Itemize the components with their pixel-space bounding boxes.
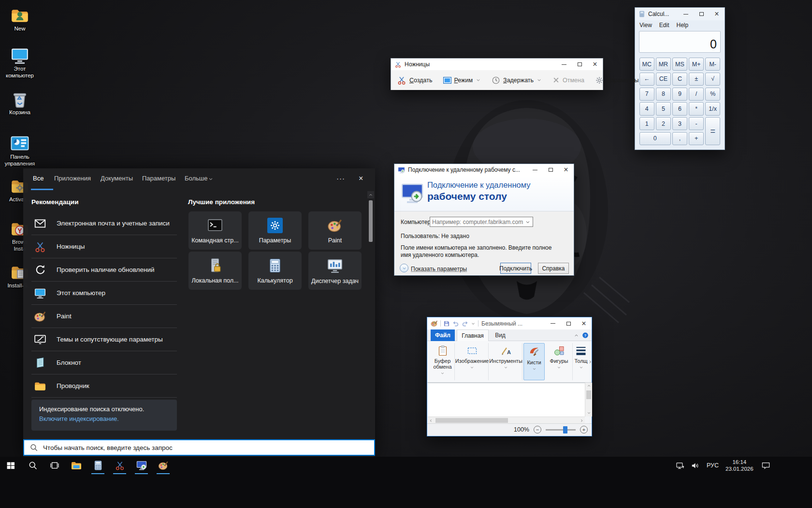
taskbar-paint[interactable] — [152, 457, 174, 474]
search-input[interactable] — [43, 444, 369, 451]
calc-key[interactable]: 9 — [672, 88, 687, 101]
delay-button[interactable]: Задержать — [492, 76, 542, 85]
computer-combobox[interactable] — [430, 217, 533, 227]
taskbar-rdp[interactable] — [130, 457, 152, 474]
calc-key[interactable]: 4 — [639, 102, 654, 115]
ribbon-group-shapes[interactable]: Фигуры — [546, 343, 573, 380]
tab-more[interactable]: Больше — [185, 175, 208, 182]
scrollbar-up-arrow[interactable] — [367, 191, 374, 198]
tile-local-policy[interactable]: Локальная пол... — [188, 252, 242, 290]
maximize-button[interactable] — [561, 317, 576, 329]
undo-icon[interactable] — [452, 320, 459, 327]
calc-key[interactable]: * — [689, 102, 704, 115]
redo-icon[interactable] — [462, 320, 468, 327]
start-item-themes[interactable]: Темы и сопутствующие параметры — [31, 328, 177, 351]
taskbar-search-button[interactable] — [22, 457, 44, 474]
calc-key[interactable]: - — [689, 117, 704, 130]
collapse-ribbon-icon[interactable] — [574, 333, 579, 338]
minimize-button[interactable] — [678, 8, 694, 20]
close-button[interactable] — [587, 59, 603, 70]
scrollbar-thumb[interactable] — [369, 200, 373, 242]
maximize-button[interactable] — [543, 164, 558, 176]
close-button[interactable] — [709, 8, 725, 20]
zoom-slider[interactable] — [546, 429, 576, 431]
computer-input[interactable] — [432, 219, 525, 225]
new-snip-button[interactable]: Создать — [397, 75, 433, 85]
desktop-icon-this-pc[interactable]: Этот компьютер — [3, 46, 37, 79]
close-button[interactable] — [576, 317, 592, 329]
paint-titlebar[interactable]: Безымянный ... — [427, 317, 592, 329]
tab-home[interactable]: Главная — [457, 329, 489, 341]
enable-indexing-link[interactable]: Включите индексирование. — [39, 415, 119, 422]
ribbon-group-image[interactable]: Изображение — [456, 343, 489, 380]
calc-key[interactable]: % — [705, 88, 720, 101]
minimize-button[interactable] — [527, 164, 543, 176]
tile-settings[interactable]: Параметры — [248, 211, 302, 250]
start-item-snipping[interactable]: Ножницы — [31, 235, 177, 258]
calc-key[interactable]: , — [672, 132, 687, 145]
tile-task-manager[interactable]: Диспетчер задач — [308, 252, 362, 290]
start-item-explorer[interactable]: Проводник — [31, 374, 177, 398]
ribbon-group-thickness[interactable]: Толщ — [574, 343, 588, 380]
help-button[interactable]: Справка — [538, 263, 569, 274]
calc-key[interactable]: 1 — [639, 117, 654, 130]
calculator-titlebar[interactable]: Calcul... — [635, 8, 725, 20]
desktop-icon-recycle-bin[interactable]: Корзина — [3, 90, 37, 116]
calc-key[interactable]: 6 — [672, 102, 687, 115]
snipping-titlebar[interactable]: Ножницы — [391, 59, 603, 70]
maximize-button[interactable] — [572, 59, 587, 70]
tile-paint[interactable]: Paint — [308, 211, 362, 250]
calc-key[interactable]: √ — [705, 73, 720, 86]
connect-button[interactable]: Подключить — [500, 263, 531, 274]
rdp-titlebar[interactable]: Подключение к удаленному рабочему с... — [394, 164, 574, 176]
start-item-mail[interactable]: Электронная почта и учетные записи — [31, 212, 177, 235]
ribbon-overflow-arrow[interactable] — [588, 359, 593, 364]
calc-key[interactable]: M+ — [689, 58, 704, 71]
desktop-icon-control-panel[interactable]: Панель управления — [3, 134, 37, 167]
start-item-this-pc[interactable]: Этот компьютер — [31, 282, 177, 305]
taskbar-snipping-tool[interactable] — [109, 457, 130, 474]
network-icon[interactable] — [676, 461, 685, 470]
help-icon[interactable] — [582, 332, 589, 339]
calc-key[interactable]: C — [672, 73, 687, 86]
calc-key[interactable]: 5 — [656, 102, 671, 115]
zoom-slider-thumb[interactable] — [563, 426, 567, 433]
language-indicator[interactable]: РУС — [707, 462, 719, 469]
calc-key[interactable]: MC — [639, 58, 654, 71]
ribbon-group-brushes[interactable]: Кисти — [523, 343, 545, 380]
start-button[interactable] — [0, 457, 22, 474]
scrollbar-thumb[interactable] — [586, 390, 591, 399]
start-item-check-updates[interactable]: Проверить наличие обновлений — [31, 258, 177, 282]
close-button[interactable] — [558, 164, 574, 176]
calc-key-backspace[interactable]: ← — [639, 73, 654, 86]
tile-command-prompt[interactable]: Командная стр... — [188, 211, 242, 250]
calc-key[interactable]: + — [689, 132, 704, 145]
taskbar-calculator[interactable] — [87, 457, 109, 474]
mode-button[interactable]: Режим — [443, 77, 481, 84]
horizontal-scrollbar[interactable] — [428, 417, 585, 423]
tab-settings[interactable]: Параметры — [142, 175, 175, 182]
close-icon[interactable] — [359, 172, 363, 183]
calc-key[interactable]: 8 — [656, 88, 671, 101]
options-button[interactable]: Параметры — [595, 76, 639, 85]
calc-key[interactable]: 1/x — [705, 102, 720, 115]
start-item-notepad[interactable]: Блокнот — [31, 351, 177, 374]
customize-toolbar-icon[interactable] — [471, 321, 476, 326]
ribbon-group-tools[interactable]: Инструменты — [490, 343, 522, 380]
minimize-button[interactable] — [545, 317, 561, 329]
paint-canvas[interactable] — [428, 383, 585, 417]
tab-all[interactable]: Все — [33, 175, 44, 182]
action-center-icon[interactable] — [761, 461, 770, 470]
calc-key[interactable]: CE — [656, 73, 671, 86]
scrollbar-thumb[interactable] — [435, 418, 508, 423]
zoom-out-button[interactable]: − — [534, 426, 541, 433]
calc-key[interactable]: / — [689, 88, 704, 101]
calc-key[interactable]: MS — [672, 58, 687, 71]
calc-key[interactable]: M- — [705, 58, 720, 71]
desktop-icon-new[interactable]: New — [3, 6, 37, 32]
speaker-icon[interactable] — [691, 461, 700, 470]
tab-file[interactable]: Файл — [431, 329, 455, 341]
start-item-paint[interactable]: Paint — [31, 305, 177, 328]
zoom-in-button[interactable]: + — [580, 426, 588, 433]
menu-edit[interactable]: Edit — [659, 22, 669, 29]
